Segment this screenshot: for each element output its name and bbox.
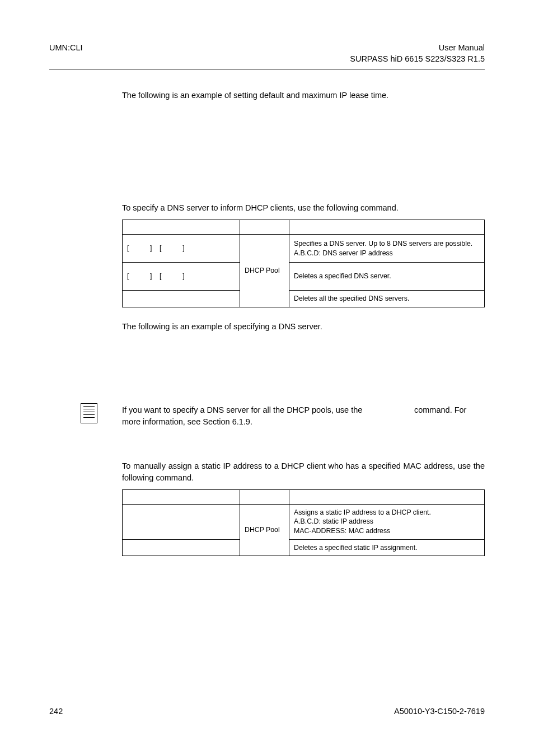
table-row: Deletes all the specified DNS servers.: [123, 291, 485, 307]
command-cell: [123, 504, 240, 539]
bracket-text: ]: [182, 272, 184, 280]
page-header: UMN:CLI User Manual SURPASS hiD 6615 S22…: [49, 43, 485, 64]
bracket-text: [: [160, 244, 161, 252]
note-text: If you want to specify a DNS server for …: [122, 404, 485, 428]
header-right-line1: User Manual: [350, 43, 485, 54]
bracket-text: [: [127, 244, 129, 252]
table-header-row: [123, 489, 485, 504]
dns-command-table: [ ] [ ] DHCP Pool Specifies a DNS server…: [122, 220, 485, 307]
lease-intro-text: The following is an example of setting d…: [122, 90, 485, 101]
bracket-text: [: [127, 272, 129, 280]
header-left: UMN:CLI: [49, 43, 83, 64]
command-cell: [123, 291, 240, 307]
bracket-text: ]: [150, 272, 152, 280]
header-right-line2: SURPASS hiD 6615 S223/S323 R1.5: [350, 54, 485, 65]
table-header-cell: [289, 489, 485, 504]
table-header-cell: [123, 489, 240, 504]
table-row: [ ] [ ] Deletes a specified DNS server.: [123, 263, 485, 291]
static-intro-text: To manually assign a static IP address t…: [122, 460, 485, 484]
description-cell: Assigns a static IP address to a DHCP cl…: [289, 504, 485, 539]
table-row: DHCP Pool Assigns a static IP address to…: [123, 504, 485, 539]
table-header-cell: [123, 220, 240, 235]
note-icon: [81, 403, 97, 423]
dns-intro-text: To specify a DNS server to inform DHCP c…: [122, 202, 485, 214]
description-cell: Specifies a DNS server. Up to 8 DNS serv…: [289, 235, 485, 263]
table-row: Deletes a specified static IP assignment…: [123, 539, 485, 556]
note-text-part: If you want to specify a DNS server for …: [122, 405, 364, 414]
page-number: 242: [49, 707, 63, 716]
mode-cell: DHCP Pool: [240, 504, 289, 556]
bracket-text: [: [160, 272, 161, 280]
static-command-table: DHCP Pool Assigns a static IP address to…: [122, 489, 485, 556]
description-cell: Deletes all the specified DNS servers.: [289, 291, 485, 307]
header-right: User Manual SURPASS hiD 6615 S223/S323 R…: [350, 43, 485, 64]
note-block: If you want to specify a DNS server for …: [122, 404, 485, 428]
description-cell: Deletes a specified static IP assignment…: [289, 539, 485, 556]
mode-cell: DHCP Pool: [240, 235, 289, 307]
document-id: A50010-Y3-C150-2-7619: [394, 707, 485, 716]
bracket-text: ]: [150, 244, 152, 252]
dns-example-text: The following is an example of specifyin…: [122, 321, 485, 333]
command-cell: [ ] [ ]: [123, 263, 240, 291]
command-cell: [123, 539, 240, 556]
table-header-cell: [289, 220, 485, 235]
table-row: [ ] [ ] DHCP Pool Specifies a DNS server…: [123, 235, 485, 263]
command-cell: [ ] [ ]: [123, 235, 240, 263]
description-cell: Deletes a specified DNS server.: [289, 263, 485, 291]
table-header-cell: [240, 489, 289, 504]
bracket-text: ]: [182, 244, 184, 252]
table-header-row: [123, 220, 485, 235]
table-header-cell: [240, 220, 289, 235]
page-footer: 242 A50010-Y3-C150-2-7619: [49, 707, 485, 716]
content-area: The following is an example of setting d…: [49, 69, 485, 556]
